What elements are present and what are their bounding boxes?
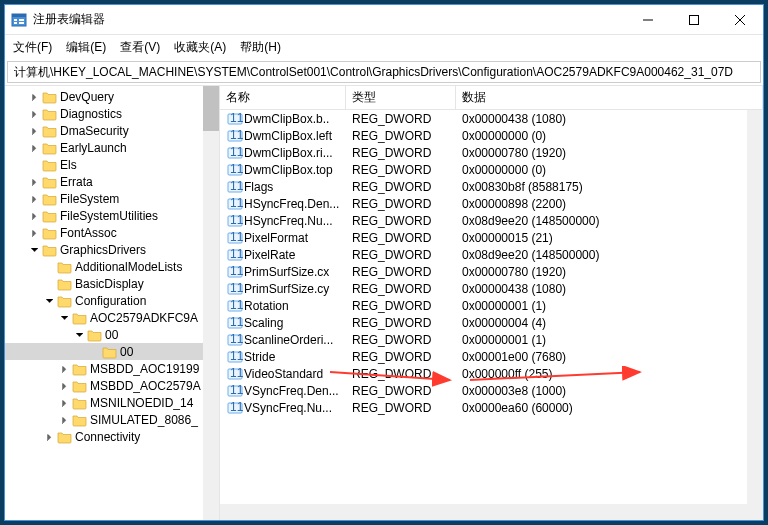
tree-item[interactable]: ⏵FileSystemUtilities bbox=[5, 207, 219, 224]
svg-text:110: 110 bbox=[230, 315, 243, 329]
list-row[interactable]: 110StrideREG_DWORD0x00001e00 (7680) bbox=[220, 348, 763, 365]
value-type: REG_DWORD bbox=[346, 282, 456, 296]
tree-scroll-thumb[interactable] bbox=[203, 86, 219, 131]
list-row[interactable]: 110HSyncFreq.Nu...REG_DWORD0x08d9ee20 (1… bbox=[220, 212, 763, 229]
chevron-right-icon[interactable]: ⏵ bbox=[28, 193, 42, 204]
svg-rect-1 bbox=[12, 14, 26, 17]
tree-item[interactable]: ⏵DmaSecurity bbox=[5, 122, 219, 139]
chevron-right-icon[interactable]: ⏵ bbox=[28, 210, 42, 221]
tree-scrollbar[interactable] bbox=[203, 86, 219, 520]
list-row[interactable]: 110RotationREG_DWORD0x00000001 (1) bbox=[220, 297, 763, 314]
chevron-right-icon[interactable]: ⏵ bbox=[58, 397, 72, 408]
svg-text:110: 110 bbox=[230, 145, 243, 159]
list-row[interactable]: 110ScalingREG_DWORD0x00000004 (4) bbox=[220, 314, 763, 331]
chevron-down-icon[interactable]: ⏷ bbox=[73, 329, 87, 340]
svg-rect-4 bbox=[19, 19, 24, 21]
menu-favorites[interactable]: 收藏夹(A) bbox=[174, 39, 226, 56]
list-row[interactable]: 110DwmClipBox.topREG_DWORD0x00000000 (0) bbox=[220, 161, 763, 178]
tree-item[interactable]: ⏵Diagnostics bbox=[5, 105, 219, 122]
list-row[interactable]: 110VSyncFreq.Den...REG_DWORD0x000003e8 (… bbox=[220, 382, 763, 399]
list-row[interactable]: 110PrimSurfSize.cxREG_DWORD0x00000780 (1… bbox=[220, 263, 763, 280]
list-header: 名称 类型 数据 bbox=[220, 86, 763, 110]
chevron-right-icon[interactable]: ⏵ bbox=[28, 125, 42, 136]
menu-view[interactable]: 查看(V) bbox=[120, 39, 160, 56]
list-row[interactable]: 110VideoStandardREG_DWORD0x000000ff (255… bbox=[220, 365, 763, 382]
tree-view[interactable]: ⏵DevQuery⏵Diagnostics⏵DmaSecurity⏵EarlyL… bbox=[5, 86, 220, 520]
dword-icon: 110 bbox=[226, 281, 244, 297]
menu-file[interactable]: 文件(F) bbox=[13, 39, 52, 56]
svg-text:110: 110 bbox=[230, 179, 243, 193]
list-row[interactable]: 110DwmClipBox.ri...REG_DWORD0x00000780 (… bbox=[220, 144, 763, 161]
chevron-right-icon[interactable]: ⏵ bbox=[28, 176, 42, 187]
list-scrollbar-vertical[interactable] bbox=[747, 110, 763, 504]
chevron-right-icon[interactable]: ⏵ bbox=[58, 363, 72, 374]
value-type: REG_DWORD bbox=[346, 214, 456, 228]
col-name[interactable]: 名称 bbox=[220, 86, 346, 109]
chevron-right-icon[interactable]: ⏵ bbox=[43, 431, 57, 442]
tree-item[interactable]: ⏵Errata bbox=[5, 173, 219, 190]
dword-icon: 110 bbox=[226, 383, 244, 399]
chevron-right-icon[interactable]: ⏵ bbox=[28, 227, 42, 238]
list-row[interactable]: 110FlagsREG_DWORD0x00830b8f (8588175) bbox=[220, 178, 763, 195]
tree-item[interactable]: BasicDisplay bbox=[5, 275, 219, 292]
chevron-down-icon[interactable]: ⏷ bbox=[58, 312, 72, 323]
tree-item[interactable]: ⏵DevQuery bbox=[5, 88, 219, 105]
tree-item[interactable]: ⏵FileSystem bbox=[5, 190, 219, 207]
tree-item[interactable]: ⏵MSBDD_AOC2579A bbox=[5, 377, 219, 394]
menu-edit[interactable]: 编辑(E) bbox=[66, 39, 106, 56]
tree-item[interactable]: AdditionalModeLists bbox=[5, 258, 219, 275]
list-row[interactable]: 110VSyncFreq.Nu...REG_DWORD0x0000ea60 (6… bbox=[220, 399, 763, 416]
list-row[interactable]: 110ScanlineOrderi...REG_DWORD0x00000001 … bbox=[220, 331, 763, 348]
list-row[interactable]: 110PixelRateREG_DWORD0x08d9ee20 (1485000… bbox=[220, 246, 763, 263]
menubar: 文件(F) 编辑(E) 查看(V) 收藏夹(A) 帮助(H) bbox=[5, 35, 763, 59]
chevron-right-icon[interactable]: ⏵ bbox=[28, 91, 42, 102]
tree-item[interactable]: ⏷00 bbox=[5, 326, 219, 343]
list-row[interactable]: 110DwmClipBox.b..REG_DWORD0x00000438 (10… bbox=[220, 110, 763, 127]
chevron-down-icon[interactable]: ⏷ bbox=[28, 244, 42, 255]
list-row[interactable]: 110HSyncFreq.Den...REG_DWORD0x00000898 (… bbox=[220, 195, 763, 212]
tree-item[interactable]: ⏵Connectivity bbox=[5, 428, 219, 445]
col-data[interactable]: 数据 bbox=[456, 86, 763, 109]
chevron-right-icon[interactable]: ⏵ bbox=[58, 380, 72, 391]
list-scrollbar-horizontal[interactable] bbox=[220, 504, 763, 520]
tree-item-label: MSBDD_AOC19199 bbox=[90, 362, 199, 376]
chevron-right-icon[interactable]: ⏵ bbox=[58, 414, 72, 425]
list-body[interactable]: 110DwmClipBox.b..REG_DWORD0x00000438 (10… bbox=[220, 110, 763, 504]
chevron-right-icon[interactable]: ⏵ bbox=[28, 108, 42, 119]
svg-text:110: 110 bbox=[230, 400, 243, 414]
value-data: 0x00000000 (0) bbox=[456, 129, 763, 143]
maximize-button[interactable] bbox=[671, 5, 717, 34]
tree-item[interactable]: ⏷AOC2579ADKFC9A bbox=[5, 309, 219, 326]
tree-item[interactable]: Els bbox=[5, 156, 219, 173]
menu-help[interactable]: 帮助(H) bbox=[240, 39, 281, 56]
value-name: VSyncFreq.Nu... bbox=[244, 401, 332, 415]
minimize-button[interactable] bbox=[625, 5, 671, 34]
value-data: 0x00000001 (1) bbox=[456, 333, 763, 347]
close-button[interactable] bbox=[717, 5, 763, 34]
tree-item-label: Errata bbox=[60, 175, 93, 189]
tree-item[interactable]: ⏵FontAssoc bbox=[5, 224, 219, 241]
list-row[interactable]: 110DwmClipBox.leftREG_DWORD0x00000000 (0… bbox=[220, 127, 763, 144]
tree-item[interactable]: ⏵EarlyLaunch bbox=[5, 139, 219, 156]
chevron-right-icon[interactable]: ⏵ bbox=[28, 142, 42, 153]
folder-icon bbox=[87, 328, 103, 342]
value-data: 0x00000780 (1920) bbox=[456, 265, 763, 279]
tree-item[interactable]: ⏷GraphicsDrivers bbox=[5, 241, 219, 258]
col-type[interactable]: 类型 bbox=[346, 86, 456, 109]
tree-item[interactable]: ⏵MSNILNOEDID_14 bbox=[5, 394, 219, 411]
tree-item[interactable]: 00 bbox=[5, 343, 219, 360]
list-row[interactable]: 110PrimSurfSize.cyREG_DWORD0x00000438 (1… bbox=[220, 280, 763, 297]
chevron-down-icon[interactable]: ⏷ bbox=[43, 295, 57, 306]
tree-item-label: Diagnostics bbox=[60, 107, 122, 121]
svg-rect-5 bbox=[19, 22, 24, 24]
svg-text:110: 110 bbox=[230, 332, 243, 346]
folder-icon bbox=[42, 243, 58, 257]
address-bar[interactable]: 计算机\HKEY_LOCAL_MACHINE\SYSTEM\ControlSet… bbox=[7, 61, 761, 83]
tree-item-label: DevQuery bbox=[60, 90, 114, 104]
list-row[interactable]: 110PixelFormatREG_DWORD0x00000015 (21) bbox=[220, 229, 763, 246]
tree-item[interactable]: ⏵MSBDD_AOC19199 bbox=[5, 360, 219, 377]
tree-item[interactable]: ⏵SIMULATED_8086_ bbox=[5, 411, 219, 428]
window-controls bbox=[625, 5, 763, 34]
tree-item[interactable]: ⏷Configuration bbox=[5, 292, 219, 309]
dword-icon: 110 bbox=[226, 179, 244, 195]
